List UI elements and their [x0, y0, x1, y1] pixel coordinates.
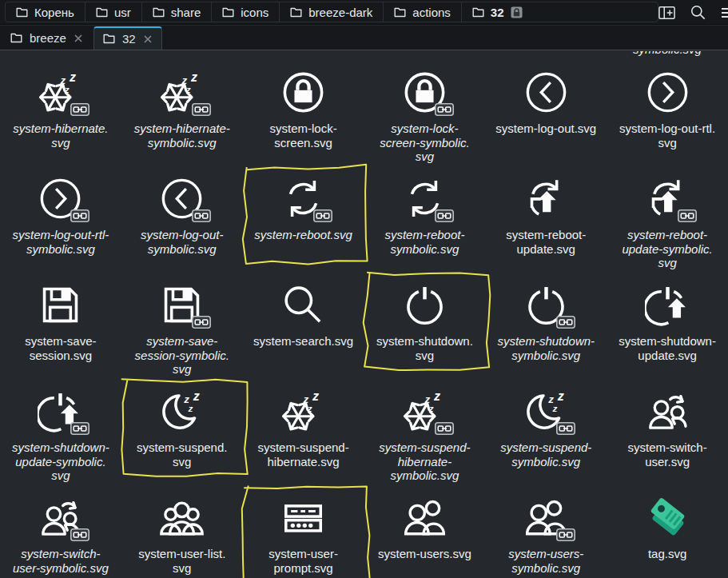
file-name-label: system-suspend.svg [137, 440, 227, 468]
svg-text:z: z [551, 404, 557, 413]
breadcrumb-spacer [533, 2, 658, 22]
file-item-system-log-out-rtl-symbolic.svg[interactable]: system-log-out-rtl-symbolic.svg [0, 165, 121, 272]
file-item-system-suspend.svg[interactable]: zzzsystem-suspend.svg [121, 378, 243, 484]
file-icon-wrap [645, 70, 690, 115]
file-name-label: system-shutdown-update-symbolic.svg [12, 440, 109, 483]
file-item-system-reboot-update-symbolic.svg[interactable]: system-reboot-update-symbolic.svg [607, 165, 728, 272]
file-item-system-lock-screen.svg[interactable]: system-lock-screen.svg [243, 59, 364, 165]
breadcrumb-item-share[interactable]: share [142, 2, 213, 22]
moon-zzz-icon: zzz [159, 389, 205, 434]
file-name-label: tag.svg [648, 547, 686, 561]
split-view-button[interactable] [658, 6, 675, 20]
symlink-emblem-icon [192, 316, 211, 329]
snowflake-zzz-icon: zzz [280, 389, 326, 434]
file-item-system-save-session.svg[interactable]: system-save-session.svg [0, 272, 121, 378]
tag-icon [645, 495, 690, 540]
file-item-system-save-session-symbolic.svg[interactable]: system-save-session-symbolic.svg [121, 272, 243, 378]
lock-emblem-icon [511, 6, 523, 18]
file-name-label: system-shutdown.svg [376, 334, 473, 362]
folder-icon [472, 7, 484, 18]
tab-label: breeze [30, 31, 66, 45]
file-icon-wrap [38, 495, 83, 540]
breadcrumb-current-label: 32 [491, 6, 504, 19]
file-item-system-shutdown.svg[interactable]: system-shutdown.svg [364, 272, 485, 378]
file-item-system-user-list.svg[interactable]: system-user-list.svg [121, 484, 243, 578]
file-item-system-user-prompt.svg[interactable]: system-user-prompt.svg [243, 484, 364, 578]
file-icon-wrap [38, 282, 83, 328]
breadcrumb-item-breeze-dark[interactable]: breeze-dark [280, 2, 384, 22]
svg-text:z: z [188, 404, 193, 413]
breadcrumb-item-usr[interactable]: usr [86, 2, 142, 22]
file-grid: zzz system-hibernate.svg zzz system-hibe… [0, 51, 728, 578]
file-item-system-log-out-symbolic.svg[interactable]: system-log-out-symbolic.svg [121, 165, 243, 272]
file-item-system-log-out-rtl.svg[interactable]: system-log-out-rtl.svg [607, 59, 728, 165]
search-button[interactable] [690, 5, 706, 20]
breadcrumb-item-actions[interactable]: actions [384, 2, 462, 22]
file-item-system-hibernate.svg[interactable]: zzz system-hibernate.svg [0, 59, 121, 165]
breadcrumb-label: icons [241, 6, 269, 19]
floppy-icon [38, 282, 83, 328]
toolbar-actions [658, 0, 728, 25]
file-icon-wrap [280, 176, 326, 221]
file-item-system-log-out.svg[interactable]: system-log-out.svg [485, 59, 607, 165]
file-item-system-suspend-symbolic.svg[interactable]: zzz system-suspend-symbolic.svg [485, 378, 607, 484]
folder-icon [10, 33, 22, 43]
file-item-system-switch-user-symbolic.svg[interactable]: system-switch-user-symbolic.svg [0, 484, 121, 578]
file-item-system-reboot-update.svg[interactable]: system-reboot-update.svg [485, 165, 607, 272]
file-item-tag.svg[interactable]: tag.svg [607, 484, 728, 578]
breadcrumb-label: actions [412, 6, 451, 19]
file-name-label: system-log-out-symbolic.svg [141, 228, 223, 256]
file-item-system-shutdown-symbolic.svg[interactable]: system-shutdown-symbolic.svg [485, 272, 607, 378]
symlink-emblem-icon [70, 103, 90, 116]
menu-button[interactable] [721, 7, 728, 18]
file-name-label: system-users.svg [378, 547, 471, 561]
file-item-system-hibernate-symbolic.svg[interactable]: zzz system-hibernate-symbolic.svg [121, 59, 243, 165]
file-icon-wrap: zzz [159, 389, 205, 434]
file-item-system-search.svg[interactable]: system-search.svg [243, 272, 364, 378]
tab-close-icon[interactable] [74, 34, 83, 43]
file-item-system-users.svg[interactable]: system-users.svg [364, 484, 485, 578]
folder-icon [290, 7, 302, 18]
folder-icon [394, 7, 406, 18]
file-name-label: system-users-symbolic.svg [508, 547, 583, 575]
users-two-icon [402, 495, 448, 540]
file-name-label: system-suspend-hibernate.svg [257, 440, 348, 468]
symlink-emblem-icon [192, 103, 211, 116]
file-item-system-shutdown-update.svg[interactable]: system-shutdown-update.svg [607, 272, 728, 378]
file-item-system-switch-user.svg[interactable]: system-switch-user.svg [607, 378, 728, 484]
search-icon [690, 5, 706, 20]
file-icon-wrap [645, 495, 690, 540]
file-name-label: system-lock-screen-symbolic.svg [380, 122, 470, 164]
tab-breeze[interactable]: breeze [2, 26, 92, 50]
file-item-system-reboot.svg[interactable]: system-reboot.svg [243, 165, 364, 272]
file-item-system-suspend-hibernate-symbolic.svg[interactable]: zzz system-suspend-hibernate-symbolic.sv… [364, 378, 485, 484]
breadcrumb-current[interactable]: 32 [462, 2, 533, 22]
split-view-icon [658, 6, 675, 20]
file-icon-wrap [645, 282, 690, 328]
tab-close-icon[interactable] [143, 34, 153, 44]
file-icon-wrap [38, 176, 83, 221]
file-icon-wrap [159, 282, 205, 328]
file-icon-wrap [402, 70, 448, 115]
reboot-update-icon [523, 176, 569, 221]
file-icon-wrap [280, 495, 326, 540]
file-icon-wrap [523, 70, 569, 115]
symlink-emblem-icon [70, 209, 90, 222]
file-icon-wrap: zzz [402, 389, 448, 434]
file-item-system-users-symbolic.svg[interactable]: system-users-symbolic.svg [485, 484, 607, 578]
file-item-system-suspend-hibernate.svg[interactable]: zzzsystem-suspend-hibernate.svg [243, 378, 364, 484]
file-name-label: system-log-out-rtl.svg [619, 122, 715, 149]
file-name-label: system-reboot-update.svg [506, 228, 586, 256]
file-icon-wrap [402, 495, 448, 540]
file-name-label: system-log-out.svg [495, 122, 596, 136]
file-item-system-lock-screen-symbolic.svg[interactable]: system-lock-screen-symbolic.svg [364, 59, 485, 165]
file-icon-wrap: zzz [523, 389, 569, 434]
file-item-system-shutdown-update-symbolic.svg[interactable]: system-shutdown-update-symbolic.svg [0, 378, 121, 484]
breadcrumb-item-icons[interactable]: icons [212, 2, 280, 22]
breadcrumb-label: breeze-dark [308, 6, 372, 19]
file-item-system-reboot-symbolic.svg[interactable]: system-reboot-symbolic.svg [364, 165, 485, 272]
tab-32[interactable]: 32 [93, 26, 162, 50]
file-icon-wrap [280, 70, 326, 115]
breadcrumb-item-Корень[interactable]: Корень [6, 2, 86, 22]
breadcrumb: Кореньusrshareiconsbreeze-darkactions32 [5, 2, 658, 22]
